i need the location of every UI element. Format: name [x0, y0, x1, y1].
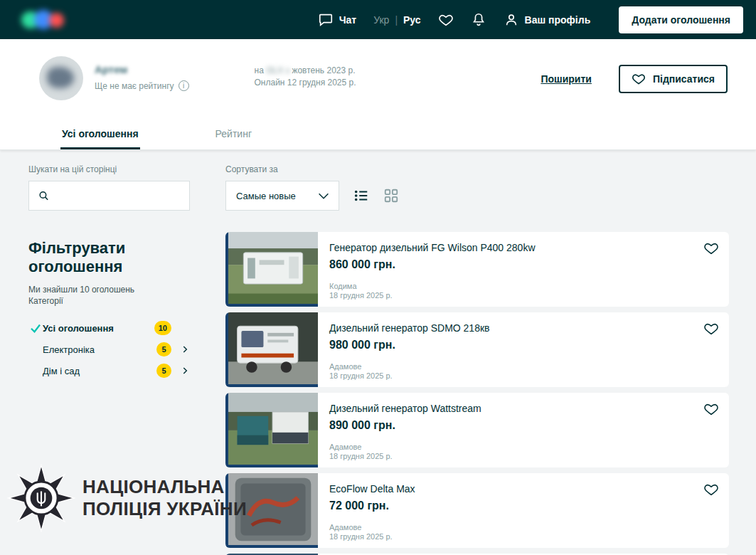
listing-photo	[225, 393, 318, 467]
top-navigation: Чат Укр | Рус Ваш профіль Додати оголоше…	[0, 0, 756, 39]
person-icon	[504, 12, 519, 28]
filters-sidebar: Шукати на цій сторінці Фільтрувати оголо…	[28, 164, 190, 555]
listing-title[interactable]: EcoFlow Delta Max	[329, 483, 718, 495]
listing-price: 72 000 грн.	[329, 500, 718, 512]
listing-photo	[225, 473, 318, 548]
favorite-heart-icon[interactable]	[703, 482, 719, 497]
check-icon	[28, 322, 43, 334]
search-icon	[38, 189, 50, 203]
profile-label: Ваш профіль	[525, 14, 591, 26]
chevron-right-icon	[180, 366, 190, 376]
category-label: Електроніка	[43, 344, 95, 355]
category-count-badge: 5	[156, 342, 171, 356]
add-listing-button[interactable]: Додати оголошення	[619, 6, 743, 33]
grid-view-icon[interactable]	[383, 188, 399, 204]
results-count: Ми знайшли 10 оголошень	[28, 285, 190, 295]
profile-menu[interactable]: Ваш профіль	[504, 12, 591, 28]
category-count-badge: 10	[154, 321, 171, 335]
category-electronics[interactable]: Електроніка 5	[28, 339, 190, 360]
lang-divider: |	[395, 14, 398, 26]
filter-title: Фільтрувати оголошення	[28, 239, 149, 276]
listing-price: 860 000 грн.	[329, 258, 718, 271]
chat-label: Чат	[339, 14, 356, 26]
tab-rating[interactable]: Рейтинг	[214, 120, 253, 149]
content-area: Шукати на цій сторінці Фільтрувати оголо…	[0, 150, 756, 555]
listing-card[interactable]: Генератор дизельний FG Wilson P400 280kw…	[225, 232, 729, 307]
tab-all-listings[interactable]: Усі оголошення	[60, 120, 140, 149]
favorite-heart-icon[interactable]	[703, 321, 719, 337]
listing-date: 18 грудня 2025 р.	[329, 371, 718, 380]
last-online: Онлайн 12 грудня 2025 р.	[255, 77, 356, 89]
listing-date: 18 грудня 2025 р.	[329, 532, 718, 541]
listing-title[interactable]: Дизельний генератор SDMO 218кв	[329, 322, 718, 334]
blurred-since-fragment: OLX з	[266, 65, 289, 75]
listing-price: 890 000 грн.	[329, 419, 718, 432]
avatar	[39, 56, 83, 100]
category-label: Усі оголошення	[43, 323, 114, 334]
listing-date: 18 грудня 2025 р.	[329, 291, 718, 300]
listing-card[interactable]: EcoFlow Delta Max 72 000 грн. Адамове 18…	[225, 473, 729, 548]
category-home-garden[interactable]: Дім і сад 5	[28, 360, 190, 381]
listings-panel: Сортувати за Самые новые Генератор дизел…	[225, 164, 729, 555]
olx-logo[interactable]	[20, 8, 65, 32]
list-view-icon[interactable]	[353, 188, 369, 204]
listing-location: Адамове	[329, 362, 718, 371]
subscribe-heart-icon	[632, 72, 646, 86]
listing-title[interactable]: Генератор дизельний FG Wilson P400 280kw	[329, 242, 718, 253]
listing-photo	[225, 232, 318, 307]
subscribe-label: Підписатися	[653, 73, 715, 85]
chevron-down-icon	[316, 188, 331, 204]
user-name: Артем	[95, 63, 189, 75]
notifications-bell-icon[interactable]	[471, 12, 486, 28]
rating-text: Ще не має рейтингу	[95, 81, 174, 91]
chevron-right-icon	[180, 344, 190, 354]
category-list: Усі оголошення 10 Електроніка 5 Дім і са…	[28, 317, 190, 381]
chat-button[interactable]: Чат	[318, 12, 356, 28]
category-label: Дім і сад	[43, 366, 80, 376]
listing-location: Кодима	[329, 282, 718, 290]
sort-dropdown[interactable]: Самые новые	[225, 181, 339, 211]
subscribe-button[interactable]: Підписатися	[619, 65, 728, 93]
search-input[interactable]	[55, 191, 181, 201]
listing-price: 980 000 грн.	[329, 339, 718, 352]
chat-bubble-icon	[318, 12, 334, 28]
categories-label: Категорії	[28, 296, 190, 306]
page-search[interactable]	[28, 181, 190, 211]
favorites-heart-icon[interactable]	[438, 12, 454, 28]
profile-tabs: Усі оголошення Рейтинг	[0, 120, 756, 150]
olx-profile-page: Чат Укр | Рус Ваш профіль Додати оголоше…	[0, 0, 756, 555]
listing-title[interactable]: Дизельний генератор Wattstream	[329, 403, 718, 414]
listings-list: Генератор дизельний FG Wilson P400 280kw…	[225, 232, 729, 555]
search-label: Шукати на цій сторінці	[28, 164, 190, 174]
language-switcher: Укр | Рус	[373, 14, 420, 26]
share-link[interactable]: Поширити	[541, 73, 592, 85]
listing-card[interactable]: Дизельний генератор SDMO 218кв 980 000 г…	[225, 312, 729, 387]
category-all-listings[interactable]: Усі оголошення 10	[28, 317, 190, 339]
category-count-badge: 5	[156, 364, 171, 378]
listing-photo	[225, 312, 318, 387]
sort-label: Сортувати за	[225, 164, 729, 174]
profile-meta: на OLX з жовтень 2023 р. Онлайн 12 грудн…	[255, 56, 356, 89]
member-since: на OLX з жовтень 2023 р.	[255, 65, 356, 77]
listing-location: Адамове	[329, 443, 718, 451]
listing-date: 18 грудня 2025 р.	[329, 452, 718, 460]
rating-row: Ще не має рейтингу i	[95, 80, 189, 91]
lang-rus[interactable]: Рус	[403, 14, 421, 26]
lang-ukr[interactable]: Укр	[373, 14, 389, 26]
profile-header: Артем Ще не має рейтингу i на OLX з жовт…	[0, 39, 756, 120]
favorite-heart-icon[interactable]	[703, 401, 719, 417]
listing-location: Адамове	[329, 523, 718, 532]
favorite-heart-icon[interactable]	[703, 240, 719, 256]
sort-value: Самые новые	[236, 191, 316, 201]
info-icon[interactable]: i	[179, 80, 189, 91]
listing-card[interactable]: Дизельний генератор Wattstream 890 000 г…	[225, 393, 729, 467]
